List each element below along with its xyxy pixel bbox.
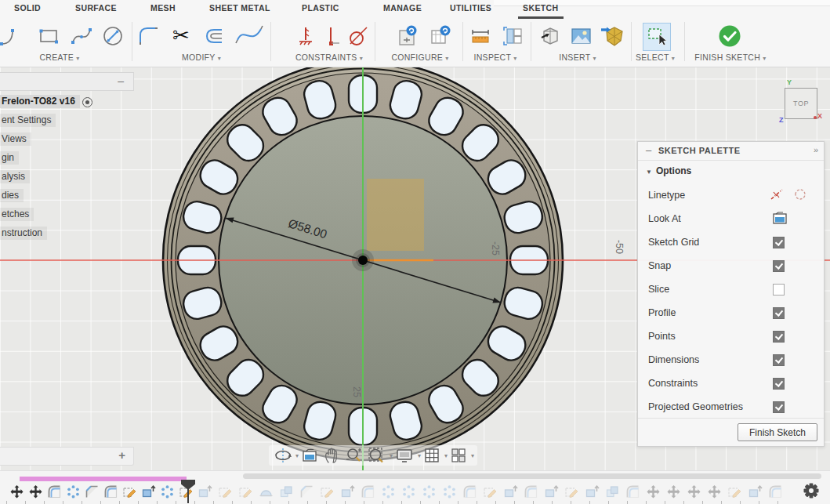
- browser-add-icon[interactable]: +: [118, 448, 125, 462]
- trim-tool-icon[interactable]: ✂: [172, 24, 196, 48]
- dimension-tool-icon[interactable]: [101, 24, 125, 48]
- browser-item-origin[interactable]: gin: [0, 152, 19, 166]
- spline-tool-icon[interactable]: [70, 24, 93, 48]
- timeline-fillet-icon[interactable]: [462, 484, 477, 499]
- browser-item-analysis[interactable]: alysis: [0, 171, 30, 185]
- timeline-pattern-icon[interactable]: [66, 484, 81, 499]
- browser-item-sketches[interactable]: etches: [0, 208, 34, 223]
- group-label-constraints[interactable]: CONSTRAINTS ▾: [295, 53, 363, 62]
- timeline-combine-icon[interactable]: [605, 484, 620, 499]
- timeline-move-icon[interactable]: [646, 484, 661, 499]
- profile-checkbox[interactable]: [773, 307, 785, 319]
- timeline-group-bar[interactable]: [20, 477, 187, 481]
- browser-collapse-icon[interactable]: –: [118, 74, 124, 87]
- look-at-nav-icon[interactable]: [301, 447, 318, 464]
- palette-expand-icon[interactable]: »: [814, 145, 818, 154]
- rectangle-tool-icon[interactable]: [37, 24, 60, 48]
- timeline-pattern-icon[interactable]: [442, 484, 457, 499]
- timeline-chamfer-icon[interactable]: [299, 484, 314, 499]
- timeline-revolve-icon[interactable]: [259, 484, 274, 499]
- tab-manage[interactable]: MANAGE: [383, 3, 422, 13]
- zoom-icon[interactable]: [345, 447, 362, 464]
- tab-mesh[interactable]: MESH: [150, 3, 176, 13]
- group-label-finish-sketch[interactable]: FINISH SKETCH ▾: [694, 53, 766, 62]
- vertical-constraint-icon[interactable]: [321, 24, 344, 48]
- insert-mesh-icon[interactable]: [600, 24, 623, 48]
- timeline-settings-gear-icon[interactable]: [803, 482, 820, 499]
- timeline-fillet-icon[interactable]: [103, 484, 118, 499]
- finish-sketch-icon[interactable]: [718, 24, 741, 48]
- timeline-move-icon[interactable]: [28, 484, 43, 499]
- timeline-fillet-icon[interactable]: [625, 484, 640, 499]
- section-analysis-icon[interactable]: [501, 24, 524, 48]
- timeline-sketch-icon[interactable]: [122, 484, 137, 499]
- configure-table-icon[interactable]: [429, 24, 452, 48]
- timeline-ruler[interactable]: [6, 501, 778, 504]
- offset-tool-icon[interactable]: [203, 24, 227, 48]
- browser-item-named-views[interactable]: Views: [0, 133, 31, 147]
- tab-sheet-metal[interactable]: SHEET METAL: [209, 3, 270, 13]
- timeline-move-icon[interactable]: [666, 484, 681, 499]
- select-tool-icon[interactable]: [643, 23, 671, 51]
- group-label-insert[interactable]: INSERT ▾: [559, 53, 596, 62]
- palette-options-section[interactable]: ▼Options: [646, 165, 691, 176]
- group-label-configure[interactable]: CONFIGURE ▾: [391, 53, 448, 62]
- zoom-window-icon[interactable]: [367, 446, 386, 465]
- timeline-move-icon[interactable]: [9, 484, 24, 499]
- viewcube[interactable]: TOP: [785, 88, 817, 119]
- group-label-inspect[interactable]: INSPECT ▾: [474, 53, 517, 62]
- group-label-create[interactable]: CREATE ▾: [39, 53, 79, 62]
- browser-item-bodies[interactable]: dies: [0, 190, 24, 204]
- canvas-scrollbar[interactable]: [243, 473, 821, 479]
- tab-solid[interactable]: SOLID: [14, 3, 41, 13]
- group-label-modify[interactable]: MODIFY ▾: [182, 53, 221, 62]
- constraints-checkbox[interactable]: [773, 378, 785, 390]
- finish-sketch-button[interactable]: Finish Sketch: [738, 423, 817, 441]
- timeline-sketch-icon[interactable]: [238, 484, 253, 499]
- timeline-move-icon[interactable]: [687, 484, 701, 499]
- construction-toggle-icon[interactable]: [792, 187, 808, 205]
- timeline-combine-icon[interactable]: [279, 484, 294, 499]
- timeline-extrude-icon[interactable]: [544, 484, 559, 499]
- browser-header[interactable]: –: [0, 72, 134, 91]
- browser-item-construction[interactable]: nstruction: [0, 227, 47, 241]
- points-checkbox[interactable]: [773, 331, 785, 343]
- tangent-constraint-icon[interactable]: [346, 24, 370, 48]
- slice-checkbox[interactable]: [773, 284, 785, 296]
- tab-sketch[interactable]: SKETCH: [523, 3, 559, 13]
- timeline-fillet-icon[interactable]: [47, 484, 62, 499]
- timeline-extrude-icon[interactable]: [340, 484, 355, 499]
- timeline-chamfer-icon[interactable]: [85, 484, 100, 499]
- chevron-down-icon[interactable]: ▾: [444, 452, 448, 459]
- timeline-pattern-icon[interactable]: [160, 484, 175, 499]
- timeline-extrude-icon[interactable]: [748, 484, 763, 499]
- chevron-down-icon[interactable]: ▾: [471, 452, 474, 459]
- timeline-extrude-icon[interactable]: [503, 484, 518, 499]
- curve-tool-icon[interactable]: [234, 24, 258, 48]
- profile-highlight[interactable]: [367, 179, 424, 251]
- insert-derive-icon[interactable]: [538, 24, 562, 48]
- timeline-fillet-icon[interactable]: [361, 484, 375, 499]
- display-settings-icon[interactable]: [395, 447, 414, 464]
- timeline-sketch-icon[interactable]: [483, 484, 498, 499]
- dimensions-checkbox[interactable]: [773, 354, 785, 366]
- palette-header[interactable]: – SKETCH PALETTE »: [638, 142, 824, 161]
- timeline-extrude-icon[interactable]: [198, 484, 212, 499]
- centerline-toggle-icon[interactable]: [769, 187, 785, 205]
- arc-tool-icon[interactable]: [0, 24, 17, 48]
- timeline-fillet-icon[interactable]: [768, 484, 783, 499]
- timeline-pattern-icon[interactable]: [401, 484, 416, 499]
- tab-plastic[interactable]: PLASTIC: [302, 3, 339, 13]
- timeline-sketch-icon[interactable]: [218, 484, 233, 499]
- timeline-sketch-icon[interactable]: [727, 484, 742, 499]
- sketch-grid-checkbox[interactable]: [773, 237, 785, 248]
- browser-item-document-settings[interactable]: ent Settings: [0, 114, 56, 129]
- timeline-extrude-icon[interactable]: [141, 484, 156, 499]
- timeline-extrude-icon[interactable]: [585, 484, 600, 499]
- canvas-image-icon[interactable]: [569, 24, 593, 48]
- tab-utilities[interactable]: UTILITIES: [450, 3, 491, 13]
- browser-item-root[interactable]: Frelon-TO82 v16: [0, 96, 80, 110]
- fillet-tool-icon[interactable]: [137, 24, 161, 48]
- pan-icon[interactable]: [323, 447, 340, 464]
- chevron-down-icon[interactable]: ▾: [295, 452, 299, 459]
